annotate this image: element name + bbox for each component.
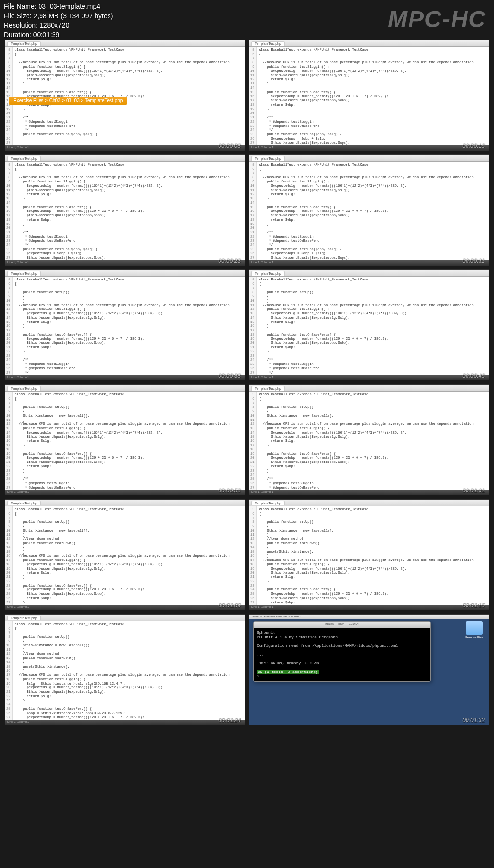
thumbnail-7[interactable]: TemplateTest.php 5 6 7 8 9 10 11 12 13 1… — [5, 384, 245, 495]
line-gutter: 5 6 7 8 9 10 11 12 13 14 15 16 17 18 19 … — [5, 47, 13, 145]
app-watermark: MPC-HC — [388, 6, 486, 32]
editor-tab-bar: TemplateTest.php — [5, 40, 245, 47]
mac-menubar: Terminal Shell Edit View Window Help — [249, 615, 489, 619]
breadcrumb: Exercise Files > Ch03 > 03_03 > Template… — [9, 97, 127, 105]
editor-status-bar: Line 1, Column 1 — [5, 145, 245, 150]
file-metadata: File Name: 03_03-template.mp4 File Size:… — [4, 2, 113, 40]
thumbnail-10[interactable]: TemplateTest.php 5 6 7 8 9 10 11 12 13 1… — [249, 499, 489, 610]
terminal-output: $phpunit PHPUnit 4.1.4 by Sebastian Berg… — [254, 628, 430, 681]
thumbnail-9[interactable]: TemplateTest.php 5 6 7 8 9 10 11 12 13 1… — [5, 499, 245, 610]
timestamp: 00:00:08 — [218, 142, 241, 149]
thumbnail-1[interactable]: TemplateTest.php 5 6 7 8 9 10 11 12 13 1… — [5, 40, 245, 151]
thumbnail-4[interactable]: TemplateTest.php 5 6 7 8 9 10 11 12 13 1… — [249, 154, 489, 266]
terminal-title: htdocs — bash — 101×24 — [254, 622, 430, 628]
thumbnail-grid: TemplateTest.php 5 6 7 8 9 10 11 12 13 1… — [0, 0, 494, 730]
thumbnail-11[interactable]: TemplateTest.php 5 6 7 8 9 10 11 12 13 1… — [5, 614, 245, 725]
thumbnail-8[interactable]: TemplateTest.php 5 6 7 8 9 10 11 12 13 1… — [249, 384, 489, 495]
thumbnail-5[interactable]: TemplateTest.php 5 6 7 8 9 10 11 12 13 1… — [5, 269, 245, 380]
folder-icon — [466, 621, 483, 635]
thumbnail-6[interactable]: TemplateTest.php 5 6 7 8 9 10 11 12 13 1… — [249, 269, 489, 380]
code-content: class BaseballTest extends \PHPUnit_Fram… — [13, 47, 231, 145]
folder-label: Exercise Files — [465, 636, 484, 639]
thumbnail-12-terminal[interactable]: Terminal Shell Edit View Window Help htd… — [249, 614, 489, 725]
terminal-window[interactable]: htdocs — bash — 101×24 $phpunit PHPUnit … — [253, 621, 431, 682]
desktop-folder[interactable]: Exercise Files — [465, 621, 484, 639]
thumbnail-3[interactable]: TemplateTest.php 5 6 7 8 9 10 11 12 13 1… — [5, 154, 245, 266]
thumbnail-2[interactable]: TemplateTest.php 5 6 7 8 9 10 11 12 13 1… — [249, 40, 489, 151]
